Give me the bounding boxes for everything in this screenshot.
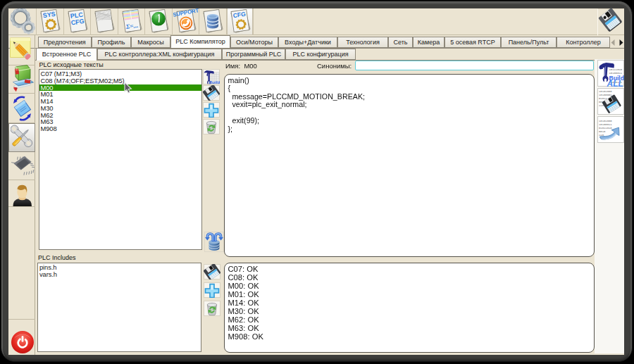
svg-text:10100011: 10100011 [599,123,612,126]
svg-text:Build: Build [209,80,219,84]
svg-text:10100001: 10100001 [599,94,612,96]
svg-text:10111010: 10111010 [609,68,623,71]
svg-text:10101000: 10101000 [599,90,612,93]
svg-text:01011010: 01011010 [599,127,612,130]
svg-text:10101000: 10101000 [599,120,612,123]
svg-text:ALL: ALL [607,78,623,87]
svg-text:0010: 0010 [599,130,606,133]
